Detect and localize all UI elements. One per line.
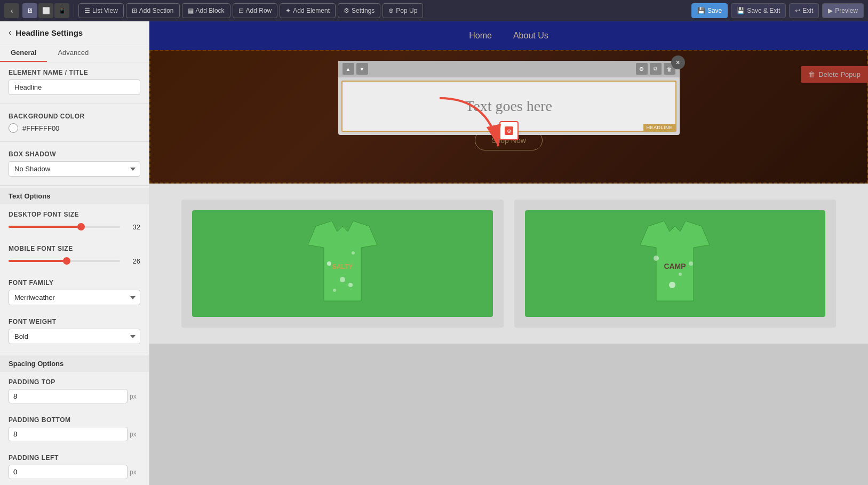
font-weight-select[interactable]: Bold Normal Light Extra Bold	[9, 329, 140, 344]
box-shadow-label: Box Shadow	[9, 150, 140, 158]
panel-tabs: General Advanced	[0, 44, 149, 62]
svg-text:SALTY: SALTY	[332, 263, 353, 271]
toolbar-divider-1	[74, 4, 74, 17]
panel-back-button[interactable]: ‹	[9, 28, 11, 37]
svg-point-2	[327, 261, 331, 266]
preview-button[interactable]: ▶ Preview	[822, 3, 864, 18]
nav-home-link[interactable]: Home	[469, 31, 492, 41]
slider-thumb[interactable]	[77, 223, 85, 230]
desktop-font-size-section: Desktop Font Size 32	[0, 204, 149, 238]
popup-toolbar: ▲ ▼ ⚙ ⧉ 🗑	[338, 61, 680, 77]
shirt-svg-1: SALTY	[300, 216, 385, 312]
hero-wrapper: Personalize Your Life NEW ARRIVAL ARE HE…	[149, 50, 868, 184]
divider-3	[0, 185, 149, 186]
add-row-label: Add Row	[246, 7, 272, 14]
list-view-button[interactable]: ☰ List View	[78, 3, 124, 18]
popup-content-area: Text goes here ⊕ HEADLINE	[341, 81, 676, 132]
svg-point-5	[333, 289, 336, 292]
save-button[interactable]: 💾 Save	[691, 3, 728, 18]
canvas-area: Home About Us Personalize Your Life NEW …	[149, 21, 868, 485]
add-element-icon: ✦	[285, 7, 291, 14]
save-icon: 💾	[697, 7, 705, 14]
slider-track	[9, 226, 120, 228]
mobile-font-size-row: 26	[9, 256, 140, 266]
mobile-font-size-slider[interactable]	[9, 256, 120, 266]
padding-top-label: Padding Top	[9, 378, 140, 386]
desktop-view-button[interactable]: 🖥	[22, 3, 37, 18]
spacing-options-header: Spacing Options	[0, 355, 149, 372]
add-block-button[interactable]: ▦ Add Block	[182, 3, 230, 18]
mobile-view-button[interactable]: 📱	[54, 3, 69, 18]
padding-bottom-label: Padding Bottom	[9, 416, 140, 424]
popup-button[interactable]: ⊕ Pop Up	[383, 3, 423, 18]
padding-top-input[interactable]	[9, 389, 128, 403]
bg-color-label: Background Color	[9, 113, 140, 120]
popup-up-button[interactable]: ▲	[343, 63, 354, 75]
preview-icon: ▶	[828, 7, 833, 14]
panel-title: Headline Settings	[15, 28, 83, 37]
close-icon: ×	[675, 58, 680, 67]
tab-advanced[interactable]: Advanced	[47, 44, 99, 62]
shirt-svg-2: CAMP	[632, 216, 718, 312]
save-exit-button[interactable]: 💾 Save & Exit	[731, 3, 786, 18]
padding-bottom-input[interactable]	[9, 427, 128, 441]
svg-point-6	[348, 283, 353, 287]
padding-left-section: Padding Left px	[0, 448, 149, 485]
padding-left-unit: px	[130, 468, 140, 476]
tab-general[interactable]: General	[0, 44, 47, 62]
toolbar-right-group: 💾 Save 💾 Save & Exit ↩ Exit ▶ Preview	[691, 3, 864, 18]
popup-toolbar-right: ⚙ ⧉ 🗑	[636, 63, 675, 75]
popup-settings-button[interactable]: ⚙	[636, 63, 648, 75]
add-section-icon: ⊞	[132, 7, 137, 14]
products-section: SALTY	[149, 184, 868, 344]
bg-color-section: Background Color #FFFFFF00	[0, 106, 149, 139]
exit-button[interactable]: ↩ Exit	[789, 3, 819, 18]
nav-about-link[interactable]: About Us	[513, 31, 548, 41]
product-image-2: CAMP	[525, 210, 826, 317]
font-family-select[interactable]: Merriweather Arial Georgia Times New Rom…	[9, 290, 140, 305]
element-name-input[interactable]	[9, 79, 140, 95]
svg-point-11	[669, 282, 675, 288]
padding-left-label: Padding Left	[9, 454, 140, 462]
popup-down-button[interactable]: ▼	[356, 63, 368, 75]
font-family-label: Font Family	[9, 279, 140, 287]
settings-button[interactable]: ⚙ Settings	[338, 3, 380, 18]
popup-label: Pop Up	[396, 7, 417, 14]
add-row-button[interactable]: ⊟ Add Row	[233, 3, 278, 18]
add-element-button[interactable]: ✦ Add Element	[280, 3, 336, 18]
element-name-section: Element Name / Title	[0, 62, 149, 101]
product-image-1: SALTY	[192, 210, 493, 317]
padding-top-section: Padding Top px	[0, 372, 149, 410]
settings-label: Settings	[352, 7, 375, 14]
add-block-icon: ▦	[188, 7, 194, 14]
add-section-button[interactable]: ⊞ Add Section	[126, 3, 180, 18]
text-options-header: Text Options	[0, 188, 149, 204]
color-swatch[interactable]	[9, 123, 18, 133]
padding-bottom-section: Padding Bottom px	[0, 410, 149, 448]
tablet-view-button[interactable]: ⬜	[38, 3, 53, 18]
product-card-1: SALTY	[181, 200, 504, 328]
padding-left-input[interactable]	[9, 465, 128, 479]
color-value-text: #FFFFFF00	[22, 124, 59, 132]
mobile-slider-thumb[interactable]	[63, 257, 70, 265]
back-nav-button[interactable]: ‹	[4, 3, 19, 18]
desktop-font-size-slider[interactable]	[9, 221, 120, 232]
padding-top-unit: px	[130, 393, 140, 400]
popup-modal: × ▲ ▼ ⚙ ⧉ 🗑	[338, 61, 680, 135]
desktop-font-size-label: Desktop Font Size	[9, 211, 140, 218]
svg-point-10	[689, 261, 693, 266]
website-content: Home About Us Personalize Your Life NEW …	[149, 21, 868, 485]
add-block-label: Add Block	[196, 7, 225, 14]
divider-2	[0, 141, 149, 142]
popup-duplicate-button[interactable]: ⧉	[650, 63, 662, 75]
panel-header: ‹ Headline Settings	[0, 21, 149, 44]
mobile-slider-track	[9, 260, 120, 262]
box-shadow-select[interactable]: No Shadow Small Shadow Medium Shadow Lar…	[9, 161, 140, 177]
popup-center-inner: ⊕	[505, 126, 513, 135]
popup-center-button[interactable]: ⊕	[499, 121, 519, 140]
popup-close-button[interactable]: ×	[671, 55, 685, 69]
popup-toolbar-left: ▲ ▼	[343, 63, 368, 75]
popup-icon: ⊕	[388, 7, 394, 14]
padding-bottom-row: px	[9, 427, 140, 441]
add-row-icon: ⊟	[238, 7, 244, 14]
